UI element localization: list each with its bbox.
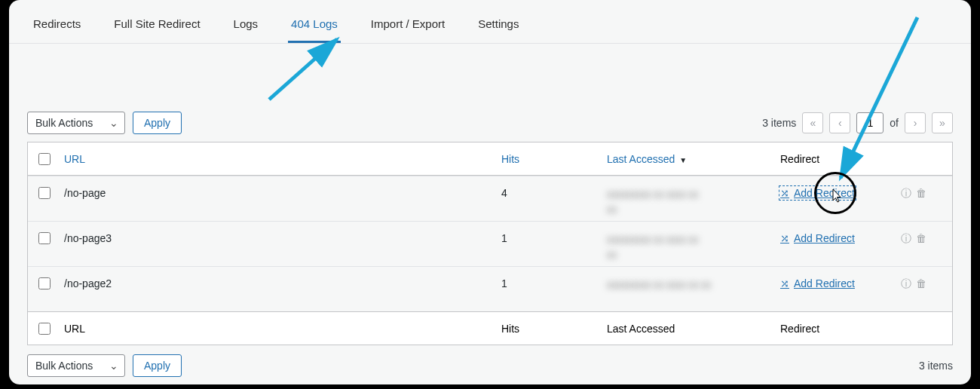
items-count: 3 items	[762, 117, 796, 129]
row-url: /no-page	[61, 187, 498, 199]
trash-icon[interactable]: 🗑	[916, 187, 926, 201]
row-checkbox[interactable]	[38, 232, 51, 244]
col-last-accessed[interactable]: Last Accessed ▼	[604, 153, 777, 165]
trash-icon[interactable]: 🗑	[916, 232, 926, 246]
pager-last[interactable]: »	[932, 112, 953, 133]
tab-full-site-redirect[interactable]: Full Site Redirect	[111, 4, 203, 43]
chevron-down-icon: ⌄	[109, 360, 118, 372]
add-redirect-link[interactable]: ⤮ Add Redirect	[780, 277, 855, 289]
info-icon[interactable]: ⓘ	[901, 277, 911, 291]
row-url: /no-page2	[61, 277, 498, 289]
chevron-down-icon: ⌄	[109, 117, 118, 129]
tab-bar: Redirects Full Site Redirect Logs 404 Lo…	[9, 0, 971, 44]
row-last-accessed: xxxxxxxxx xx xxxx xxxx	[604, 187, 777, 216]
tab-redirects[interactable]: Redirects	[30, 4, 84, 43]
row-checkbox[interactable]	[38, 187, 51, 199]
shuffle-icon: ⤮	[780, 187, 789, 199]
toolbar-top: Bulk Actions ⌄ Apply 3 items « ‹ of › »	[9, 101, 971, 142]
col-hits-footer: Hits	[498, 323, 604, 335]
row-hits: 1	[498, 232, 604, 244]
table-footer: URL Hits Last Accessed Redirect	[28, 311, 952, 345]
bulk-actions-select[interactable]: Bulk Actions ⌄	[27, 112, 125, 134]
row-checkbox[interactable]	[38, 277, 51, 289]
table-header: URL Hits Last Accessed ▼ Redirect	[28, 142, 952, 176]
row-hits: 4	[498, 187, 604, 199]
info-icon[interactable]: ⓘ	[901, 232, 911, 246]
col-url[interactable]: URL	[61, 153, 498, 165]
table-row: /no-page3 1 xxxxxxxxx xx xxxx xxxx ⤮ Add…	[28, 221, 952, 266]
pager-prev[interactable]: ‹	[829, 112, 850, 133]
svg-line-0	[269, 39, 337, 100]
trash-icon[interactable]: 🗑	[916, 277, 926, 291]
pager-first[interactable]: «	[802, 112, 823, 133]
select-all-checkbox-footer[interactable]	[38, 323, 51, 335]
toolbar-bottom: Bulk Actions ⌄ Apply 3 items	[9, 345, 971, 377]
sort-desc-icon: ▼	[679, 156, 687, 164]
page-input[interactable]	[856, 112, 884, 133]
items-count-bottom: 3 items	[919, 360, 953, 372]
tab-import-export[interactable]: Import / Export	[368, 4, 448, 43]
apply-button-top[interactable]: Apply	[133, 112, 182, 134]
pager-of-label: of	[890, 117, 899, 129]
select-all-checkbox[interactable]	[38, 153, 51, 165]
404-log-table: URL Hits Last Accessed ▼ Redirect /no-pa…	[27, 142, 953, 345]
col-redirect: Redirect	[777, 153, 898, 165]
apply-button-bottom[interactable]: Apply	[133, 354, 182, 377]
row-last-accessed: xxxxxxxxx xx xxxx xxxx	[604, 232, 777, 262]
bulk-actions-select-bottom[interactable]: Bulk Actions ⌄	[27, 354, 125, 377]
col-redirect-footer: Redirect	[777, 323, 898, 335]
pager-next[interactable]: ›	[905, 112, 926, 133]
row-hits: 1	[498, 277, 604, 289]
shuffle-icon: ⤮	[780, 277, 789, 289]
shuffle-icon: ⤮	[780, 232, 789, 244]
col-url-footer: URL	[61, 323, 498, 335]
tab-settings[interactable]: Settings	[475, 4, 522, 43]
bulk-actions-label: Bulk Actions	[35, 117, 93, 129]
add-redirect-link[interactable]: ⤮ Add Redirect	[780, 187, 855, 199]
add-redirect-link[interactable]: ⤮ Add Redirect	[780, 232, 855, 244]
table-row: /no-page 4 xxxxxxxxx xx xxxx xxxx ⤮ Add …	[28, 176, 952, 221]
row-url: /no-page3	[61, 232, 498, 244]
tab-logs[interactable]: Logs	[231, 4, 262, 43]
col-hits[interactable]: Hits	[498, 153, 604, 165]
col-last-accessed-footer: Last Accessed	[604, 323, 777, 335]
info-icon[interactable]: ⓘ	[901, 187, 911, 201]
tab-404-logs[interactable]: 404 Logs	[288, 4, 341, 43]
table-row: /no-page2 1 xxxxxxxxx xx xxxx xx xx ⤮ Ad…	[28, 266, 952, 311]
row-last-accessed: xxxxxxxxx xx xxxx xx xx	[604, 277, 777, 293]
